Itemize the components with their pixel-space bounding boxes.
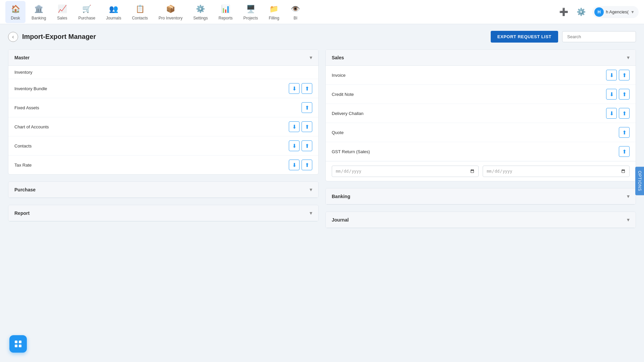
master-fixed-assets-actions: ⬆	[302, 102, 312, 113]
settings-gear-button[interactable]: ⚙️	[575, 6, 587, 18]
sales-credit-note-import-btn[interactable]: ⬆	[619, 89, 630, 100]
master-inventory-label: Inventory	[14, 70, 32, 75]
sales-credit-note-label: Credit Note	[332, 92, 354, 97]
nav-item-journals[interactable]: 👥 Journals	[101, 1, 126, 23]
purchase-section-header[interactable]: Purchase ▾	[8, 182, 318, 198]
nav-item-settings[interactable]: ⚙️ Settings	[189, 1, 212, 23]
report-section-title: Report	[14, 210, 30, 216]
sales-section-title: Sales	[332, 55, 344, 60]
journal-section-header[interactable]: Journal ▾	[326, 212, 636, 228]
master-contacts-download-btn[interactable]: ⬇	[289, 140, 300, 151]
master-chart-accounts-import-btn[interactable]: ⬆	[302, 121, 312, 132]
pro-inventory-icon: 📦	[165, 4, 176, 14]
master-inventory-bundle-label: Inventory Bundle	[14, 86, 47, 91]
master-chart-accounts-row: Chart of Accounts ⬇ ⬆	[8, 117, 318, 136]
master-chevron-icon: ▾	[310, 54, 312, 61]
sales-delivery-challan-actions: ⬇ ⬆	[606, 108, 630, 119]
nav-label-purchase: Purchase	[78, 16, 95, 20]
nav-label-projects: Projects	[244, 16, 258, 20]
journal-chevron-icon: ▾	[627, 217, 630, 223]
report-section-header[interactable]: Report ▾	[8, 205, 318, 221]
nav-item-reports[interactable]: 📊 Reports	[214, 1, 237, 23]
sales-delivery-challan-import-btn[interactable]: ⬆	[619, 108, 630, 119]
banking-section-header[interactable]: Banking ▾	[326, 188, 636, 204]
master-tax-rate-row: Tax Rate ⬇ ⬆	[8, 156, 318, 174]
master-contacts-label: Contacts	[14, 143, 32, 148]
reports-icon: 📊	[220, 4, 231, 14]
sections-grid: Master ▾ Inventory Inventory Bundle ⬇	[8, 49, 636, 228]
user-badge[interactable]: H h Agencies( ▼	[592, 6, 639, 18]
sales-delivery-challan-download-btn[interactable]: ⬇	[606, 108, 617, 119]
nav-label-contacts: Contacts	[132, 16, 148, 20]
settings-icon: ⚙️	[195, 4, 206, 14]
master-tax-rate-label: Tax Rate	[14, 163, 32, 168]
sales-section-body: Invoice ⬇ ⬆ Credit Note ⬇ ⬆	[326, 66, 636, 181]
add-button[interactable]: ➕	[557, 6, 570, 18]
master-contacts-import-btn[interactable]: ⬆	[302, 140, 312, 151]
master-contacts-row: Contacts ⬇ ⬆	[8, 136, 318, 156]
sales-invoice-import-btn[interactable]: ⬆	[619, 70, 630, 80]
sales-start-date-input[interactable]	[332, 166, 479, 177]
sales-delivery-challan-label: Delivery Challan	[332, 111, 364, 116]
master-chart-accounts-label: Chart of Accounts	[14, 124, 49, 129]
nav-label-filling: Filling	[269, 16, 279, 20]
nav-item-banking[interactable]: 🏛️ Banking	[27, 1, 51, 23]
purchase-chevron-icon: ▾	[310, 186, 312, 193]
master-section-title: Master	[14, 55, 30, 60]
nav-item-sales[interactable]: 📈 Sales	[52, 1, 72, 23]
master-tax-rate-import-btn[interactable]: ⬆	[302, 160, 312, 170]
sales-icon: 📈	[57, 4, 67, 14]
export-request-list-button[interactable]: EXPORT REQUEST LIST	[491, 31, 558, 43]
nav-item-pro-inventory[interactable]: 📦 Pro Inventory	[154, 1, 187, 23]
back-button[interactable]: ‹	[8, 32, 18, 42]
sales-section-header[interactable]: Sales ▾	[326, 50, 636, 66]
nav-item-bi[interactable]: 👁️ BI	[285, 1, 306, 23]
sales-date-row	[326, 161, 636, 181]
master-inventory-bundle-actions: ⬇ ⬆	[289, 83, 312, 94]
nav-item-projects[interactable]: 🖥️ Projects	[239, 1, 263, 23]
search-input[interactable]	[562, 31, 636, 42]
master-section-header[interactable]: Master ▾	[8, 50, 318, 66]
master-contacts-actions: ⬇ ⬆	[289, 140, 312, 151]
nav-item-contacts[interactable]: 📋 Contacts	[127, 1, 152, 23]
sales-gst-return-row: GST Return (Sales) ⬆	[326, 142, 636, 161]
options-sidebar[interactable]: OPTIONS	[635, 167, 644, 195]
master-tax-rate-actions: ⬇ ⬆	[289, 160, 312, 170]
sales-gst-return-import-btn[interactable]: ⬆	[619, 146, 630, 157]
report-chevron-icon: ▾	[310, 210, 312, 216]
sales-quote-label: Quote	[332, 130, 343, 135]
nav-label-journals: Journals	[106, 16, 121, 20]
master-inventory-row: Inventory	[8, 66, 318, 79]
master-chart-accounts-download-btn[interactable]: ⬇	[289, 121, 300, 132]
projects-icon: 🖥️	[245, 4, 256, 14]
nav-label-reports: Reports	[219, 16, 233, 20]
user-chevron-icon: ▼	[631, 10, 635, 14]
journal-section: Journal ▾	[325, 212, 636, 228]
master-inventory-bundle-download-btn[interactable]: ⬇	[289, 83, 300, 94]
sales-invoice-row: Invoice ⬇ ⬆	[326, 66, 636, 85]
sales-end-date-input[interactable]	[483, 166, 630, 177]
purchase-section: Purchase ▾	[8, 181, 319, 198]
sales-invoice-download-btn[interactable]: ⬇	[606, 70, 617, 80]
sales-invoice-actions: ⬇ ⬆	[606, 70, 630, 80]
master-fixed-assets-import-btn[interactable]: ⬆	[302, 102, 312, 113]
sales-gst-return-actions: ⬆	[619, 146, 630, 157]
sales-credit-note-row: Credit Note ⬇ ⬆	[326, 85, 636, 104]
sales-quote-import-btn[interactable]: ⬆	[619, 127, 630, 138]
nav-item-filling[interactable]: 📁 Filling	[264, 1, 284, 23]
nav-right: ➕ ⚙️ H h Agencies( ▼	[557, 6, 639, 18]
nav-label-desk: Desk	[11, 16, 20, 20]
nav-item-desk[interactable]: 🏠 Desk	[5, 1, 25, 23]
sales-credit-note-download-btn[interactable]: ⬇	[606, 89, 617, 100]
nav-label-sales: Sales	[57, 16, 67, 20]
right-column: Sales ▾ Invoice ⬇ ⬆ Credit Note	[325, 49, 636, 228]
sales-chevron-icon: ▾	[627, 54, 630, 61]
nav-item-purchase[interactable]: 🛒 Purchase	[73, 1, 100, 23]
desk-icon: 🏠	[10, 4, 21, 14]
master-section-body: Inventory Inventory Bundle ⬇ ⬆ Fixed Ass…	[8, 66, 318, 174]
journal-section-title: Journal	[332, 217, 349, 223]
avatar: H	[594, 7, 604, 17]
master-tax-rate-download-btn[interactable]: ⬇	[289, 160, 300, 170]
master-inventory-bundle-import-btn[interactable]: ⬆	[302, 83, 312, 94]
nav-items: 🏠 Desk 🏛️ Banking 📈 Sales 🛒 Purchase 👥 J…	[5, 1, 557, 23]
